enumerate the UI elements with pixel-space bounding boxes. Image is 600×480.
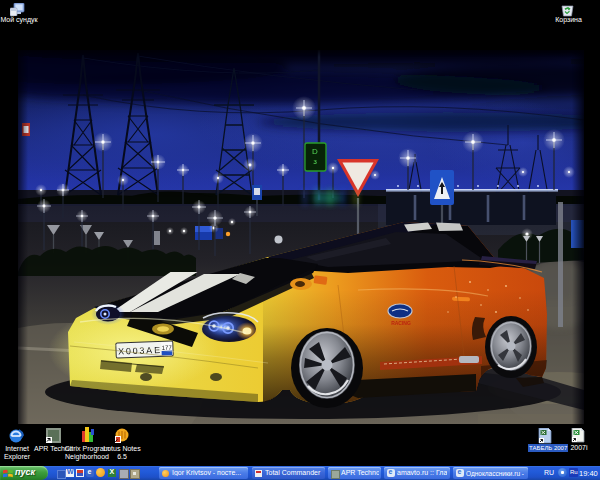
svg-text:D: D — [312, 147, 318, 156]
svg-text:RACING: RACING — [391, 320, 411, 326]
svg-text:177: 177 — [162, 345, 173, 351]
svg-text:з: з — [313, 157, 317, 166]
